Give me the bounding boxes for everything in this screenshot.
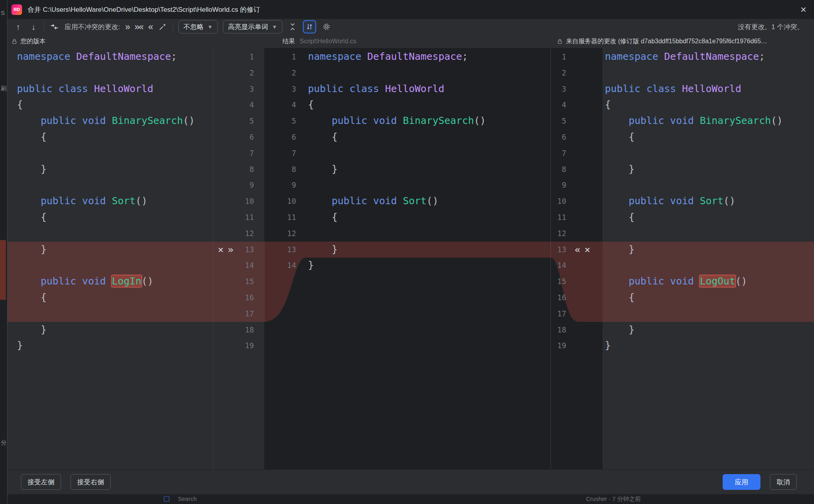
line-number: 10 bbox=[213, 193, 264, 209]
background-app-icon bbox=[164, 496, 169, 502]
line-number: 14 bbox=[551, 257, 603, 273]
line-number: 7 bbox=[551, 145, 603, 161]
highlight-mode-value: 高亮显示单词 bbox=[228, 22, 268, 31]
magic-resolve-icon[interactable] bbox=[158, 22, 168, 32]
apply-nonconflicting-icon[interactable] bbox=[49, 22, 59, 32]
apply-all-left-icon[interactable]: « bbox=[148, 22, 152, 31]
rider-logo-icon: RD bbox=[11, 4, 22, 15]
code-line: public void Sort() bbox=[17, 193, 213, 209]
line-number: 11 bbox=[213, 209, 264, 225]
left-pane-title: 您的版本 bbox=[20, 37, 46, 46]
code-line: } bbox=[17, 338, 213, 354]
code-line: public class HelloWorld bbox=[308, 81, 551, 97]
line-number: 18 bbox=[551, 322, 603, 338]
line-number: 10 bbox=[551, 193, 603, 209]
line-number: 17 bbox=[551, 306, 603, 322]
accept-right-button[interactable]: 接受右侧 bbox=[70, 474, 111, 490]
right-conflict-actions: « × bbox=[575, 242, 590, 258]
center-pane-title: 结果 bbox=[282, 37, 295, 46]
accept-left-button[interactable]: 接受左侧 bbox=[21, 474, 61, 490]
code-line bbox=[308, 65, 551, 81]
line-number: 12 bbox=[264, 225, 306, 242]
sync-scroll-toggle[interactable] bbox=[303, 20, 316, 33]
code-line: } bbox=[17, 161, 213, 177]
center-gutter: 1234567891011121314 bbox=[264, 49, 306, 273]
line-number: 6 bbox=[551, 129, 603, 145]
line-number: 12 bbox=[213, 225, 264, 242]
line-number: 11 bbox=[551, 209, 603, 225]
right-gutter: 12345678910111213141516171819 bbox=[551, 49, 603, 354]
line-number: 5 bbox=[213, 113, 264, 129]
code-line: { bbox=[17, 97, 213, 113]
code-line: { bbox=[605, 209, 814, 225]
code-line: public void Sort() bbox=[605, 193, 814, 209]
background-glyph: 分 bbox=[1, 439, 7, 447]
right-editor[interactable]: namespace DefaultNamespace;public class … bbox=[603, 49, 814, 354]
line-number: 11 bbox=[264, 209, 306, 225]
left-gutter: 12345678910111213141516171819 bbox=[213, 49, 264, 354]
line-number: 3 bbox=[551, 81, 603, 97]
code-line: } bbox=[605, 338, 814, 354]
apply-button[interactable]: 应用 bbox=[723, 474, 760, 490]
code-line: namespace DefaultNamespace; bbox=[17, 49, 213, 65]
code-line: namespace DefaultNamespace; bbox=[605, 49, 814, 65]
apply-change-left-icon[interactable]: « bbox=[575, 245, 580, 255]
previous-change-icon[interactable]: ↑ bbox=[13, 23, 23, 31]
titlebar: RD 合并 C:\Users\HelloWare\OneDrive\Deskto… bbox=[7, 0, 814, 19]
pane-headers: 您的版本 结果 Script\HelloWorld.cs 来自服务器的更改 (修… bbox=[7, 35, 814, 48]
cancel-button[interactable]: 取消 bbox=[770, 474, 797, 490]
line-number: 8 bbox=[213, 161, 264, 177]
line-number: 18 bbox=[213, 322, 264, 338]
ignore-change-icon[interactable]: × bbox=[218, 245, 224, 255]
code-line: } bbox=[308, 257, 551, 273]
line-number: 14 bbox=[213, 257, 264, 273]
code-line: { bbox=[17, 129, 213, 145]
line-number: 14 bbox=[264, 257, 306, 273]
code-line: { bbox=[605, 97, 814, 113]
code-line: public void LogIn() bbox=[17, 273, 213, 290]
apply-all-right-icon[interactable]: » bbox=[125, 22, 130, 31]
line-number: 3 bbox=[264, 81, 306, 97]
background-window-strip: Search Crusher · 7 分钟之前 bbox=[7, 494, 814, 504]
close-icon[interactable]: × bbox=[793, 0, 814, 19]
line-number: 17 bbox=[213, 306, 264, 322]
line-number: 19 bbox=[213, 338, 264, 354]
code-line bbox=[308, 177, 551, 193]
line-number: 19 bbox=[551, 338, 603, 354]
line-number: 3 bbox=[213, 81, 264, 97]
chevron-down-icon: ▼ bbox=[208, 24, 213, 30]
collapse-unchanged-icon[interactable] bbox=[287, 22, 298, 32]
next-change-icon[interactable]: ↓ bbox=[28, 23, 39, 31]
highlight-mode-dropdown[interactable]: 高亮显示单词 ▼ bbox=[223, 20, 282, 33]
code-line: public class HelloWorld bbox=[17, 81, 213, 97]
whitespace-dropdown[interactable]: 不忽略 ▼ bbox=[178, 20, 218, 33]
code-line: } bbox=[605, 161, 814, 177]
code-line bbox=[17, 177, 213, 193]
dialog-footer: 接受左侧 接受右侧 应用 取消 bbox=[7, 469, 814, 494]
line-number: 1 bbox=[264, 49, 306, 65]
center-editor[interactable]: namespace DefaultNamespace;public class … bbox=[306, 49, 551, 273]
settings-gear-icon[interactable] bbox=[321, 22, 332, 32]
background-commit-text: Crusher · 7 分钟之前 bbox=[586, 495, 641, 503]
merge-dialog: RD 合并 C:\Users\HelloWare\OneDrive\Deskto… bbox=[7, 0, 814, 504]
lock-icon bbox=[557, 39, 563, 44]
line-number: 7 bbox=[213, 145, 264, 161]
code-line bbox=[605, 306, 814, 322]
left-editor[interactable]: namespace DefaultNamespace;public class … bbox=[7, 49, 213, 354]
line-number: 16 bbox=[213, 290, 264, 306]
code-line bbox=[605, 65, 814, 81]
line-number: 5 bbox=[264, 113, 306, 129]
whitespace-dropdown-value: 不忽略 bbox=[184, 22, 204, 31]
code-line: } bbox=[605, 242, 814, 258]
line-number: 2 bbox=[213, 65, 264, 81]
apply-change-right-icon[interactable]: » bbox=[228, 245, 234, 255]
line-number: 2 bbox=[551, 65, 603, 81]
background-window-edge: S 刷 分 bbox=[0, 0, 7, 504]
code-line: { bbox=[308, 97, 551, 113]
code-line: { bbox=[308, 209, 551, 225]
ignore-change-icon[interactable]: × bbox=[584, 245, 590, 255]
apply-all-both-icon[interactable]: »« bbox=[135, 22, 143, 31]
line-number: 10 bbox=[264, 193, 306, 209]
conflict-status: 没有更改。1 个冲突。 bbox=[738, 22, 804, 31]
code-line: public void BinarySearch() bbox=[605, 113, 814, 129]
